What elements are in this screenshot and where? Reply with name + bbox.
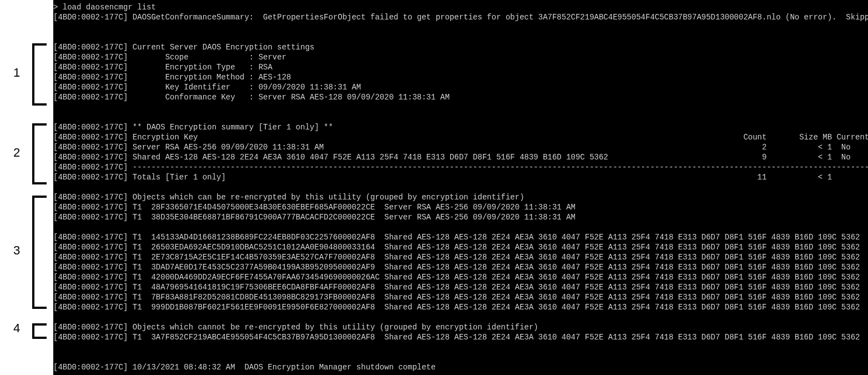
terminal-line: [4BD0:0002-177C] -----------------------…: [53, 162, 868, 172]
terminal-line: [53, 342, 868, 352]
terminal-line: [4BD0:0002-177C] T1 28F3365071E4D4507500…: [53, 202, 868, 212]
terminal-line: [4BD0:0002-177C] T1 26503EDA692AEC5D910D…: [53, 242, 868, 252]
terminal-line: [4BD0:0002-177C] Conformance Key : Serve…: [53, 92, 868, 102]
terminal-line: [4BD0:0002-177C] DAOSGetConformanceSumma…: [53, 12, 868, 22]
terminal-line: [4BD0:0002-177C] T1 48A7969541641819C19F…: [53, 282, 868, 292]
terminal-line: [4BD0:0002-177C] Encryption Key Count Si…: [53, 132, 868, 142]
terminal-line: [4BD0:0002-177C] T1 145133AD4D16681238B6…: [53, 232, 868, 242]
section-number: 1: [13, 66, 20, 80]
terminal-line: [4BD0:0002-177C] Scope : Server: [53, 52, 868, 62]
terminal-line: [53, 22, 868, 32]
terminal-line: [4BD0:0002-177C] T1 3DAD7AE0D17E453C5C23…: [53, 262, 868, 272]
section-number: 3: [13, 243, 20, 258]
terminal-line: [53, 32, 868, 42]
terminal-line: [53, 312, 868, 322]
terminal-line: [4BD0:0002-177C] 10/13/2021 08:48:32 AM …: [53, 362, 868, 372]
terminal-line: [53, 182, 868, 192]
terminal-line: [4BD0:0002-177C] Current Server DAOS Enc…: [53, 42, 868, 52]
section-bracket: [32, 323, 47, 339]
terminal-line: [4BD0:0002-177C] Objects which can be re…: [53, 192, 868, 202]
section-number: 4: [13, 321, 20, 336]
section-number: 2: [13, 146, 20, 160]
section-bracket: [32, 123, 47, 184]
terminal-line: [4BD0:0002-177C] Totals [Tier 1 only] 11…: [53, 172, 868, 182]
terminal-line: [4BD0:0002-177C] ** DAOS Encryption summ…: [53, 122, 868, 132]
annotation-gutter: 1234: [0, 0, 53, 375]
terminal-output: > load daosencmgr list[4BD0:0002-177C] D…: [53, 0, 868, 375]
terminal-line: [4BD0:0002-177C] Objects which cannot be…: [53, 322, 868, 332]
terminal-line: [4BD0:0002-177C] Key Identifier : 09/09/…: [53, 82, 868, 92]
terminal-line: [4BD0:0002-177C] T1 42000DA469DD2A9ECF6F…: [53, 272, 868, 282]
section-bracket: [32, 43, 47, 106]
terminal-line: [53, 102, 868, 112]
terminal-line: [4BD0:0002-177C] T1 999DD1B087BF6021F561…: [53, 302, 868, 312]
terminal-line: [53, 352, 868, 362]
terminal-line: [4BD0:0002-177C] T1 2E73C8715A2E5C1EF14C…: [53, 252, 868, 262]
terminal-line: [4BD0:0002-177C] Server RSA AES-256 09/0…: [53, 142, 868, 152]
section-bracket: [32, 196, 47, 309]
terminal-line: [4BD0:0002-177C] T1 3A7F852CF219ABC4E955…: [53, 332, 868, 342]
terminal-line: [53, 112, 868, 122]
terminal-line: [53, 222, 868, 232]
terminal-line: [4BD0:0002-177C] T1 38D35E304BE68871BF86…: [53, 212, 868, 222]
terminal-line: > load daosencmgr list: [53, 2, 868, 12]
terminal-line: [4BD0:0002-177C] T1 7BF83A881F82D52081CD…: [53, 292, 868, 302]
terminal-line: [4BD0:0002-177C] Encryption Type : RSA: [53, 62, 868, 72]
terminal-line: [4BD0:0002-177C] Shared AES-128 AES-128 …: [53, 152, 868, 162]
terminal-line: [4BD0:0002-177C] Encryption Method : AES…: [53, 72, 868, 82]
